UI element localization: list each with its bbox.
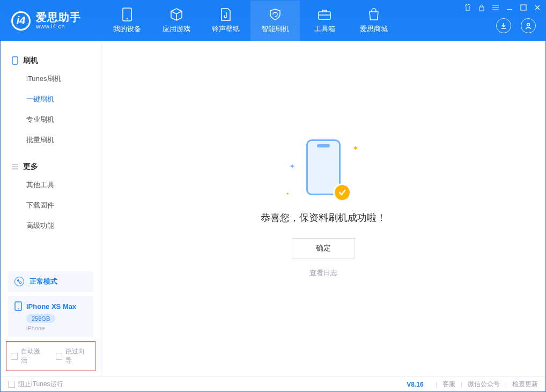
svg-point-5 [527, 24, 530, 26]
check-skip-guide[interactable]: 跳过向导 [56, 347, 91, 365]
mode-label: 正常模式 [29, 277, 57, 286]
svg-point-7 [17, 279, 19, 282]
version-label: V8.16 [407, 381, 423, 388]
group-label: 刷机 [23, 56, 38, 65]
nav-label: 我的设备 [113, 24, 141, 34]
check-label: 自动激活 [21, 347, 46, 365]
check-label: 阻止iTunes运行 [18, 380, 63, 389]
briefcase-icon [318, 8, 331, 21]
check-update-link[interactable]: 检查更新 [512, 380, 538, 389]
main-content: ✦ ✦ ✦ 恭喜您，保资料刷机成功啦！ 确定 查看日志 [101, 41, 545, 376]
sidebar-item-download[interactable]: 下载固件 [1, 195, 101, 216]
mode-box[interactable]: 正常模式 [8, 271, 93, 292]
nav-label: 铃声壁纸 [212, 24, 240, 34]
sidebar-group-flash: 刷机 [1, 53, 101, 69]
sparkle-icon: ✦ [289, 162, 296, 171]
status-bar: 阻止iTunes运行 V8.16 | 客服 | 微信公众号 | 检查更新 [1, 376, 545, 391]
check-block-itunes[interactable]: 阻止iTunes运行 [8, 380, 63, 389]
nav-store[interactable]: 爱思商城 [349, 1, 399, 41]
svg-rect-2 [319, 12, 330, 19]
separator: | [505, 381, 507, 388]
svg-rect-6 [12, 57, 18, 64]
sidebar-item-pro[interactable]: 专业刷机 [1, 109, 101, 130]
nav-label: 智能刷机 [261, 24, 289, 34]
view-log-link[interactable]: 查看日志 [309, 268, 337, 278]
svg-point-8 [19, 282, 21, 284]
success-message: 恭喜您，保资料刷机成功啦！ [261, 211, 386, 224]
app-subtitle: www.i4.cn [36, 23, 81, 29]
sidebar-item-itunes[interactable]: iTunes刷机 [1, 69, 101, 89]
sidebar-group-more: 更多 [1, 159, 101, 175]
logo-block: i4 爱思助手 www.i4.cn [1, 1, 102, 41]
checkbox-icon [56, 353, 63, 360]
svg-point-10 [18, 308, 19, 309]
nav-app-games[interactable]: 应用游戏 [152, 1, 201, 41]
main-nav: 我的设备 应用游戏 铃声壁纸 智能刷机 工具箱 爱思商城 [102, 1, 399, 41]
nav-label: 爱思商城 [360, 24, 388, 34]
sparkle-icon: ✦ [352, 144, 359, 152]
ok-button[interactable]: 确定 [292, 238, 355, 258]
highlighted-checkbox-row: 自动激活 跳过向导 [6, 341, 95, 371]
nav-label: 工具箱 [314, 24, 335, 34]
app-body: 刷机 iTunes刷机 一键刷机 专业刷机 批量刷机 更多 其他工具 下载固件 … [1, 41, 545, 376]
device-icon [11, 57, 19, 64]
device-box[interactable]: iPhone XS Max 256GB iPhone [8, 296, 93, 337]
nav-toolbox[interactable]: 工具箱 [300, 1, 349, 41]
nav-label: 应用游戏 [163, 24, 190, 34]
download-icon[interactable] [496, 18, 511, 33]
logo-icon: i4 [11, 11, 31, 31]
success-illustration: ✦ ✦ ✦ [286, 139, 361, 198]
svg-rect-3 [479, 7, 484, 11]
checkmark-badge-icon [333, 183, 351, 202]
svg-point-1 [127, 18, 128, 19]
refresh-shield-icon [268, 8, 282, 21]
sidebar-item-oneclick[interactable]: 一键刷机 [1, 89, 101, 109]
sparkle-icon: ✦ [286, 191, 290, 196]
separator: | [461, 381, 462, 388]
close-icon[interactable] [534, 4, 541, 11]
app-title: 爱思助手 [36, 11, 81, 23]
header-actions [496, 18, 536, 33]
phone-icon [120, 8, 134, 21]
bag-icon [367, 8, 381, 21]
mode-icon [14, 277, 24, 286]
window-controls [464, 4, 541, 11]
nav-my-device[interactable]: 我的设备 [102, 1, 152, 41]
sidebar: 刷机 iTunes刷机 一键刷机 专业刷机 批量刷机 更多 其他工具 下载固件 … [1, 41, 101, 376]
lock-icon[interactable] [478, 4, 485, 11]
sidebar-item-other[interactable]: 其他工具 [1, 175, 101, 195]
phone-small-icon [14, 301, 22, 311]
check-label: 跳过向导 [65, 347, 91, 365]
group-label: 更多 [23, 162, 38, 172]
checkbox-icon [11, 353, 18, 360]
sidebar-item-batch[interactable]: 批量刷机 [1, 130, 101, 150]
maximize-icon[interactable] [520, 4, 527, 11]
device-storage-badge: 256GB [26, 314, 55, 323]
music-file-icon [219, 8, 233, 21]
device-name: iPhone XS Max [26, 302, 76, 310]
sidebar-item-advanced[interactable]: 高级功能 [1, 216, 101, 236]
nav-smart-flash[interactable]: 智能刷机 [250, 1, 300, 41]
separator: | [436, 381, 437, 388]
checkbox-icon [8, 381, 15, 388]
menu-icon[interactable] [492, 4, 499, 11]
cube-icon [169, 8, 183, 21]
device-type: iPhone [26, 325, 87, 331]
nav-ring-wall[interactable]: 铃声壁纸 [201, 1, 250, 41]
app-header: i4 爱思助手 www.i4.cn 我的设备 应用游戏 铃声壁纸 智能刷机 工具… [1, 1, 545, 41]
support-link[interactable]: 客服 [442, 380, 455, 389]
list-icon [11, 163, 19, 171]
wechat-link[interactable]: 微信公众号 [468, 380, 500, 389]
shirt-icon[interactable] [464, 4, 471, 11]
check-auto-activate[interactable]: 自动激活 [11, 347, 46, 365]
svg-rect-4 [521, 5, 526, 10]
minimize-icon[interactable] [506, 4, 513, 11]
user-icon[interactable] [521, 18, 536, 33]
